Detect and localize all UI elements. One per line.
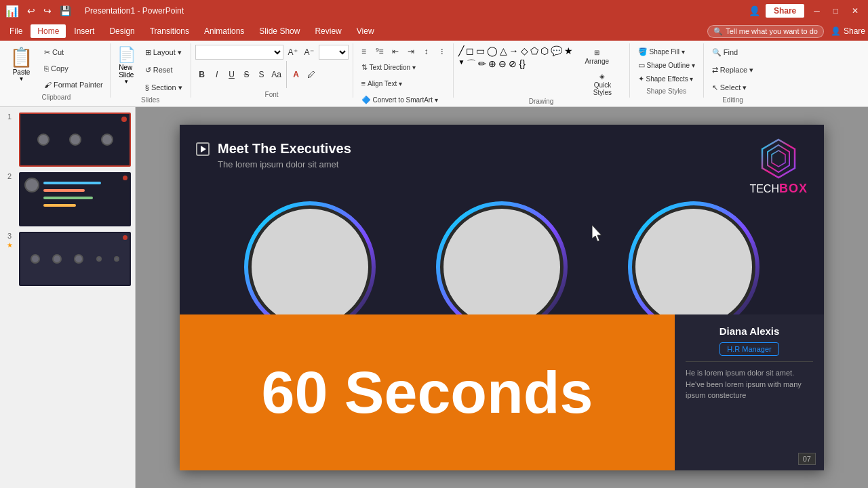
slide-num-2: 2 [4,172,15,180]
para-row2: ⇅ Text Direction ▾ [357,60,449,75]
slide-content-1 [20,114,130,165]
font-size-increase[interactable]: A⁺ [286,45,300,59]
font-size-decrease[interactable]: A⁻ [302,45,316,59]
shape-oval[interactable]: ◯ [486,45,498,57]
quick-styles-icon: ◈ [599,73,605,80]
save-btn[interactable]: 💾 [60,5,71,16]
undo-btn[interactable]: ↩ [27,5,35,16]
shape-curve[interactable]: ⌒ [466,58,477,71]
s3-circle-3 [74,254,83,264]
shape-outline-button[interactable]: ▭ Shape Outline ▾ [634,58,699,72]
columns-button[interactable]: ⫶ [435,45,449,58]
slide-thumb-3[interactable]: 3 ★ [4,232,131,286]
menu-review[interactable]: Review [308,24,348,38]
search-box[interactable]: 🔍 Tell me what you want to do [707,25,824,38]
slide-thumb-2[interactable]: 2 [4,172,131,226]
svg-marker-2 [772,150,785,167]
menu-file[interactable]: File [3,24,29,38]
line-spacing-button[interactable]: ↕ [420,45,433,58]
shape-fill-button[interactable]: 🪣 Shape Fill ▾ [634,45,699,58]
font-name-select[interactable] [195,45,283,60]
para-row3: ≡ Align Text ▾ [357,76,449,91]
shape-pentagon[interactable]: ⬠ [530,45,539,57]
s3-circle-1 [31,254,40,264]
paste-dropdown[interactable]: ▼ [19,76,24,82]
shadow-button[interactable]: S [255,68,269,81]
shape-diamond[interactable]: ◇ [520,45,529,57]
menu-transitions[interactable]: Transitions [143,24,196,38]
new-slide-button[interactable]: 📄 NewSlide ▼ [115,45,138,86]
slide-preview-1[interactable] [19,113,131,167]
redo-btn[interactable]: ↪ [43,5,52,16]
shape-rounded-rect[interactable]: ▭ [475,45,486,57]
shape-plus[interactable]: ⊕ [488,58,497,71]
paste-button[interactable]: 📋 Paste ▼ [5,45,37,92]
align-text-button[interactable]: ≡ Align Text ▾ [357,76,406,91]
quick-styles-button[interactable]: ◈ Quick Styles [580,72,625,96]
menu-design[interactable]: Design [102,24,141,38]
numbering-button[interactable]: ⁹≡ [373,45,387,58]
layout-button[interactable]: ⊞ Layout ▾ [141,45,186,60]
highlight-button[interactable]: 🖊 [304,68,318,81]
menu-home[interactable]: Home [31,24,66,38]
reset-button[interactable]: ↺ Reset [141,62,186,77]
shape-hex[interactable]: ⬡ [540,45,549,57]
find-button[interactable]: 🔍 Find [708,45,757,60]
arrange-button[interactable]: ⊞ Arrange [580,45,614,69]
play-triangle [201,146,206,152]
slide-preview-2[interactable] [19,172,131,226]
font-color-button[interactable]: A [290,68,303,81]
copy-button[interactable]: ⎘ Copy [40,61,107,76]
shape-line[interactable]: ╱ [458,45,465,57]
font-size-select[interactable] [319,45,349,60]
paragraph-group: ≡ ⁹≡ ⇤ ⇥ ↕ ⫶ ⇅ Text Direction ▾ ≡ Align … [353,43,454,98]
bullets-button[interactable]: ≡ [357,45,371,58]
shape-rect[interactable]: ◻ [465,45,475,57]
decrease-indent-button[interactable]: ⇤ [389,45,402,58]
ribbon: 📋 Paste ▼ ✂ Cut ⎘ Copy 🖌 Format P [0,41,868,107]
title-bar: 📊 ↩ ↪ 💾 Presentation1 - PowerPoint 👤 Sha… [0,0,868,22]
shape-minus[interactable]: ⊖ [498,58,507,71]
slide-canvas[interactable]: Meet The Executives The lorem ipsum dolo… [180,125,824,470]
text-direction-button[interactable]: ⇅ Text Direction ▾ [357,60,420,75]
share-button[interactable]: Share [766,4,804,18]
bold-button[interactable]: B [195,68,209,81]
shape-effects-button[interactable]: ✦ Shape Effects ▾ [634,73,699,86]
para-row1: ≡ ⁹≡ ⇤ ⇥ ↕ ⫶ [357,45,449,58]
menu-view[interactable]: View [350,24,381,38]
font-label: Font [195,91,349,100]
shape-arrow[interactable]: → [509,45,519,57]
maximize-btn[interactable]: □ [829,6,842,16]
select-button[interactable]: ↖ Select ▾ [708,80,757,95]
slide-panel: 1 2 [0,107,136,488]
new-slide-dropdown[interactable]: ▼ [123,79,129,85]
shape-freeform[interactable]: ✏ [477,58,487,71]
shape-callout[interactable]: 💬 [550,45,563,57]
slide-preview-3[interactable] [19,232,131,286]
shape-triangle[interactable]: △ [499,45,508,57]
arrange-icon: ⊞ [594,49,599,56]
menu-insert[interactable]: Insert [67,24,101,38]
strikethrough-button[interactable]: S [240,68,254,81]
format-painter-button[interactable]: 🖌 Format Painter [40,77,107,92]
slide-thumb-1[interactable]: 1 [4,113,131,167]
menu-animations[interactable]: Animations [197,24,251,38]
share-btn-menu[interactable]: Share [844,26,865,36]
shape-ban[interactable]: ⊘ [508,58,517,71]
section-button[interactable]: § Section ▾ [141,80,186,95]
italic-button[interactable]: I [210,68,224,81]
shape-bracket[interactable]: {} [518,58,526,71]
minimize-btn[interactable]: ─ [810,6,824,16]
underline-button[interactable]: U [225,68,239,81]
change-case-button[interactable]: Aa [270,68,283,81]
convert-smartart-button[interactable]: 🔷 Convert to SmartArt ▾ [357,92,442,107]
svg-marker-9 [592,225,601,241]
s2-bar-3 [43,197,93,199]
shape-more[interactable]: ▼ [458,58,466,71]
shape-star[interactable]: ★ [564,45,574,57]
replace-button[interactable]: ⇄ Replace ▾ [708,62,757,77]
increase-indent-button[interactable]: ⇥ [404,45,418,58]
close-btn[interactable]: ✕ [848,6,863,16]
cut-button[interactable]: ✂ Cut [40,45,107,60]
menu-slideshow[interactable]: Slide Show [252,24,307,38]
